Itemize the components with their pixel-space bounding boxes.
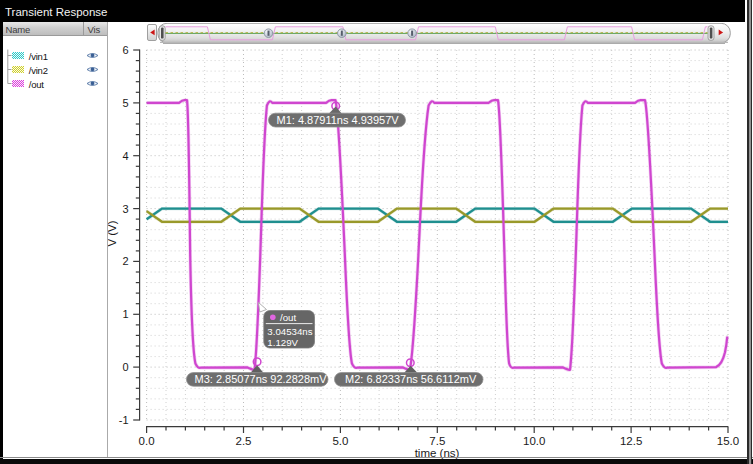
svg-text:0: 0 [122, 361, 128, 373]
svg-text:5.0: 5.0 [332, 435, 348, 447]
svg-text:3: 3 [122, 203, 128, 215]
svg-text:2.5: 2.5 [236, 435, 252, 447]
svg-text:7.5: 7.5 [429, 435, 445, 447]
svg-text:6: 6 [122, 44, 128, 56]
svg-text:M1: 4.87911ns 4.93957V: M1: 4.87911ns 4.93957V [277, 114, 400, 126]
svg-text:5: 5 [122, 97, 128, 109]
svg-text:3.04534ns: 3.04534ns [267, 326, 312, 337]
svg-text:12.5: 12.5 [620, 435, 642, 447]
svg-text:2: 2 [122, 255, 128, 267]
svg-text:10.0: 10.0 [523, 435, 545, 447]
svg-text:-1: -1 [119, 414, 129, 426]
svg-text:0.0: 0.0 [139, 435, 155, 447]
svg-text:4: 4 [122, 150, 128, 162]
svg-text:15.0: 15.0 [717, 435, 739, 447]
svg-text:M2: 6.82337ns 56.6112mV: M2: 6.82337ns 56.6112mV [345, 373, 477, 385]
svg-text:/out: /out [280, 312, 296, 323]
svg-text:1.129V: 1.129V [267, 337, 298, 348]
svg-text:1: 1 [122, 308, 128, 320]
svg-text:M3: 2.85077ns 92.2828mV: M3: 2.85077ns 92.2828mV [195, 373, 328, 385]
